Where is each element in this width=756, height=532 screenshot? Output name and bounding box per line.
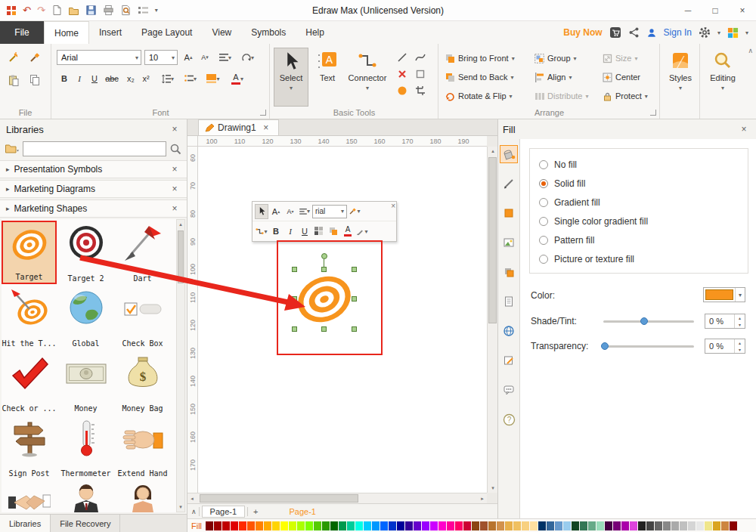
line-style-icon[interactable] (500, 175, 518, 193)
close-button[interactable]: × (729, 0, 756, 20)
print-preview-icon[interactable] (120, 5, 132, 16)
tab-page-layout[interactable]: Page Layout (132, 21, 202, 44)
close-panel-icon[interactable]: × (738, 124, 750, 135)
fill-option-pattern-fill[interactable]: Pattern fill (539, 230, 739, 249)
palette-color[interactable] (522, 521, 529, 530)
gear-icon[interactable] (699, 26, 711, 39)
spin-up-icon[interactable]: ▴ (735, 314, 745, 321)
symbol-businesswoman[interactable] (115, 481, 170, 512)
canvas-target-shape[interactable] (290, 264, 358, 332)
palette-color[interactable] (588, 521, 596, 530)
page-tab[interactable]: Page-1 (202, 506, 245, 518)
symbol-thermometer[interactable]: Thermometer (58, 416, 113, 479)
palette-color[interactable] (472, 521, 479, 530)
share-icon[interactable] (628, 26, 640, 39)
symbol-target-2[interactable]: Target 2 (58, 221, 113, 284)
palette-color[interactable] (231, 521, 238, 530)
copy-icon[interactable] (27, 73, 42, 88)
palette-color[interactable] (297, 521, 305, 530)
fill-option-no-fill[interactable]: No fill (539, 155, 739, 174)
palette-color[interactable] (247, 521, 255, 530)
palette-color[interactable] (480, 521, 488, 530)
mini-bold-button[interactable]: B (269, 224, 283, 239)
palette-color[interactable] (239, 521, 246, 530)
scroll-up-icon[interactable]: ▴ (488, 147, 498, 156)
save-icon[interactable] (85, 5, 97, 16)
palette-color[interactable] (547, 521, 554, 530)
font-color-icon[interactable]: A▾ (226, 71, 249, 86)
print-icon[interactable] (103, 5, 114, 16)
palette-color[interactable] (289, 521, 296, 530)
palette-color[interactable] (655, 521, 662, 530)
palette-color[interactable] (463, 521, 471, 530)
palette-color[interactable] (638, 521, 646, 530)
slider-thumb[interactable] (601, 342, 609, 350)
buy-now-link[interactable]: Buy Now (563, 27, 602, 38)
palette-color[interactable] (621, 521, 629, 530)
palette-color[interactable] (322, 521, 330, 530)
underline-button[interactable]: U (87, 71, 102, 86)
text-tool-button[interactable]: A Text (310, 48, 345, 107)
brush-icon[interactable] (27, 50, 42, 65)
bold-button[interactable]: B (57, 71, 72, 86)
library-section-marketing-shapes[interactable]: ▸ Marketing Shapes × (0, 200, 187, 218)
palette-color[interactable] (680, 521, 687, 530)
curve-tool-icon[interactable] (413, 50, 428, 65)
palette-color[interactable] (696, 521, 704, 530)
selection-handle-ne[interactable] (352, 267, 357, 272)
palette-color[interactable] (721, 521, 729, 530)
palette-color[interactable] (630, 521, 637, 530)
palette-color[interactable] (206, 521, 213, 530)
palette-color[interactable] (214, 521, 222, 530)
shade-tint-slider[interactable] (603, 320, 694, 323)
palette-color[interactable] (663, 521, 671, 530)
fill-bucket-icon[interactable] (500, 145, 518, 163)
palette-color[interactable] (339, 521, 346, 530)
mini-pen-icon[interactable]: ▾ (355, 224, 369, 239)
symbol-target[interactable]: Target (2, 221, 57, 284)
dialog-launcher-icon[interactable] (260, 110, 266, 116)
close-toolbar-icon[interactable]: × (391, 202, 395, 210)
scrollbar-thumb[interactable] (488, 157, 497, 323)
selection-handle-e[interactable] (352, 296, 357, 302)
tab-file-recovery[interactable]: File Recovery (51, 515, 120, 532)
tab-libraries[interactable]: Libraries (0, 515, 51, 532)
dialog-launcher-icon[interactable] (650, 110, 656, 116)
mini-align-icon[interactable]: ▾ (298, 204, 311, 219)
customize-qat-icon[interactable]: ▾ (155, 7, 158, 14)
selection-handle-nw[interactable] (292, 267, 297, 272)
palette-color[interactable] (505, 521, 513, 530)
palette-color[interactable] (430, 521, 438, 530)
symbol-businessman[interactable] (58, 481, 113, 512)
mini-font-color-icon[interactable]: A (341, 224, 355, 239)
editing-button[interactable]: Editing ▾ (705, 48, 740, 107)
symbol-hit-the-target[interactable]: Hit the T... (2, 286, 57, 349)
symbol-money-bag[interactable]: $ Money Bag (115, 351, 170, 414)
symbol-money[interactable]: Money (58, 351, 113, 414)
rotation-handle[interactable] (321, 253, 327, 259)
palette-color[interactable] (613, 521, 621, 530)
close-document-icon[interactable]: × (260, 122, 272, 133)
format-painter-icon[interactable] (6, 50, 21, 65)
palette-color[interactable] (314, 521, 321, 530)
distribute-button[interactable]: Distribute▾ (534, 88, 588, 104)
text-direction-icon[interactable]: ▾ (238, 50, 258, 65)
selection-handle-s[interactable] (321, 326, 327, 332)
align-text-icon[interactable]: ▾ (215, 50, 235, 65)
symbol-sign-post[interactable]: Sign Post (2, 416, 57, 479)
tab-help[interactable]: Help (296, 21, 334, 44)
minimize-button[interactable]: ─ (674, 0, 702, 20)
palette-color[interactable] (280, 521, 288, 530)
paste-icon[interactable] (6, 73, 21, 88)
transparency-spinner[interactable]: 0 %▴▾ (705, 339, 745, 354)
collapse-ribbon-icon[interactable]: ∧ (748, 47, 753, 54)
tab-insert[interactable]: Insert (89, 21, 132, 44)
center-button[interactable]: Center (603, 69, 640, 85)
palette-color[interactable] (513, 521, 521, 530)
mini-font-combo[interactable]: rial▾ (312, 205, 347, 218)
comment-icon[interactable] (500, 381, 518, 399)
palette-color[interactable] (447, 521, 454, 530)
palette-color[interactable] (330, 521, 338, 530)
subscript-button[interactable]: x₂ (123, 71, 138, 86)
italic-button[interactable]: I (72, 71, 87, 86)
